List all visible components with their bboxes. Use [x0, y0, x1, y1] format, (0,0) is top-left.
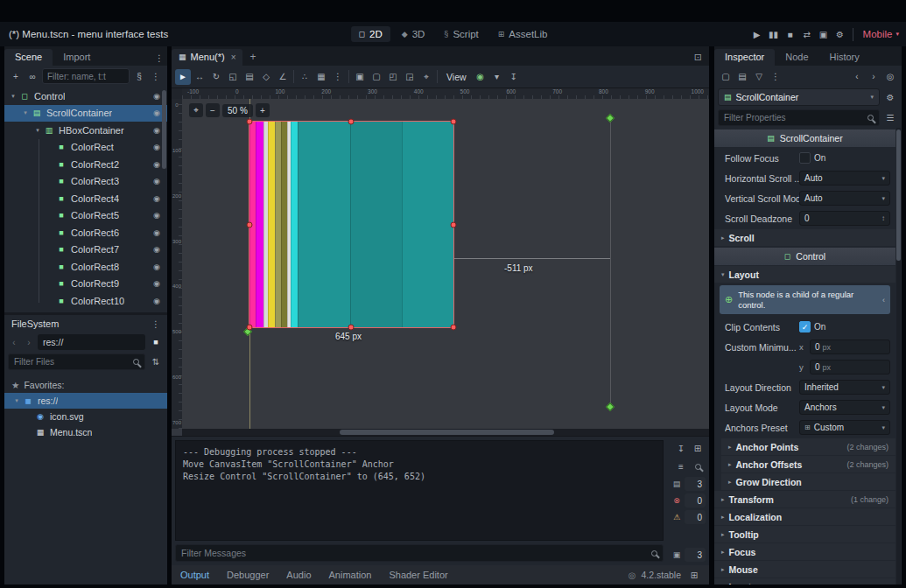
follow-focus-checkbox[interactable] — [799, 152, 811, 164]
group-anchor-offsets[interactable]: ▸ Anchor Offsets (2 changes) — [721, 456, 895, 472]
visibility-eye-icon[interactable]: ◉ — [150, 211, 164, 220]
history-forward-icon[interactable]: › — [866, 68, 881, 84]
section-input[interactable]: ▸ Input — [714, 578, 895, 584]
visibility-eye-icon[interactable]: ◉ — [150, 262, 164, 271]
scene-tab-menu[interactable]: ▦ Menu(*) × — [172, 49, 242, 66]
tab-import[interactable]: Import — [53, 49, 101, 66]
camera-override-icon[interactable]: ◉ — [473, 69, 488, 85]
collapse-messages-icon[interactable]: ≡ — [673, 458, 689, 474]
save-log-icon[interactable]: ↧ — [673, 440, 689, 456]
visibility-eye-icon[interactable]: ◉ — [150, 245, 164, 254]
anchor-handle-top-right[interactable] — [606, 114, 615, 122]
group-icon[interactable]: ◰ — [385, 69, 401, 85]
tree-item-colorrect9[interactable]: ■ ColorRect9 ◉ — [4, 276, 167, 293]
tree-item-colorrect3[interactable]: ■ ColorRect3 ◉ — [4, 173, 167, 191]
lock-icon[interactable]: ▣ — [352, 69, 368, 85]
close-icon[interactable]: × — [231, 52, 236, 62]
chevron-down-icon[interactable]: ▾ — [20, 109, 31, 116]
new-scene-tab-button[interactable]: + — [242, 51, 263, 66]
remote-debug-button[interactable]: ⇄ — [799, 26, 815, 42]
message-count[interactable]: ▤ 3 — [671, 477, 706, 491]
section-scroll[interactable]: ▸ Scroll — [714, 229, 895, 246]
tab-assetlib[interactable]: ⊞ AssetLib — [490, 26, 556, 42]
chevron-left-icon[interactable]: ‹ — [882, 296, 885, 304]
section-layout[interactable]: ▾ Layout — [714, 266, 895, 283]
scrollbar-thumb[interactable] — [896, 130, 901, 261]
file-filter-input[interactable] — [14, 357, 133, 367]
grid-snap-icon[interactable]: ▦ — [313, 69, 329, 85]
bottom-tab-debugger[interactable]: Debugger — [218, 565, 277, 584]
tree-item-colorrect6[interactable]: ■ ColorRect6 ◉ — [4, 224, 167, 242]
move-tool[interactable]: ↔ — [192, 69, 207, 85]
error-count[interactable]: ⊗ 0 — [671, 494, 706, 508]
selection-handle-bottom-center[interactable] — [348, 325, 355, 331]
clip-contents-checkbox[interactable]: ✓ — [799, 321, 811, 332]
inspector-scrollbar[interactable] — [896, 128, 901, 584]
warning-count[interactable]: ⚠ 0 — [671, 510, 706, 524]
save-resource-icon[interactable]: ▽ — [751, 68, 767, 84]
split-mode-icon[interactable]: ■ — [148, 334, 164, 350]
zoom-in-button[interactable]: + — [256, 103, 270, 117]
selection-handle-top-left[interactable] — [247, 119, 253, 125]
property-menu-icon[interactable]: ☰ — [882, 110, 898, 126]
selection-handle-top-right[interactable] — [451, 119, 457, 125]
search-messages-icon[interactable] — [690, 458, 706, 474]
tree-item-colorrect4[interactable]: ■ ColorRect4 ◉ — [4, 190, 167, 207]
load-resource-icon[interactable]: ▤ — [734, 68, 750, 84]
horizontal-scroll-mode-dropdown[interactable]: Auto ▾ — [799, 171, 890, 186]
section-focus[interactable]: ▸ Focus — [714, 543, 895, 560]
fs-item-icon-svg[interactable]: ◉ icon.svg — [4, 409, 167, 424]
nav-forward-icon[interactable]: › — [23, 334, 35, 350]
tab-scene[interactable]: Scene — [4, 49, 53, 66]
dock-menu-icon[interactable]: ⋮ — [151, 50, 167, 66]
resource-menu-icon[interactable]: ⋮ — [768, 68, 783, 84]
smart-snap-icon[interactable]: ∴ — [297, 69, 313, 85]
path-breadcrumb[interactable]: res:// — [38, 334, 145, 350]
ruler-tool[interactable]: ∠ — [275, 69, 291, 85]
tab-3d[interactable]: ◆ 3D — [394, 26, 433, 42]
list-select-tool[interactable]: ▤ — [242, 69, 257, 85]
message-filter-input[interactable] — [181, 548, 651, 558]
settings-gear-icon[interactable]: ⚙ — [832, 26, 848, 42]
chevron-down-icon[interactable]: ▾ — [8, 93, 18, 100]
copy-log-icon[interactable]: ⊞ — [690, 440, 706, 456]
project-camera-icon[interactable]: ↧ — [506, 69, 522, 85]
visibility-eye-icon[interactable]: ◉ — [150, 177, 164, 186]
fs-item-menu-tscn[interactable]: ▦ Menu.tscn — [4, 424, 167, 440]
scene-tree-menu-icon[interactable]: ⋮ — [148, 68, 164, 84]
section-localization[interactable]: ▸ Localization — [714, 508, 895, 525]
bottom-tab-shader-editor[interactable]: Shader Editor — [380, 565, 456, 584]
unlock-icon[interactable]: ▢ — [369, 69, 384, 85]
play-button[interactable]: ▶ — [749, 26, 765, 42]
section-mouse[interactable]: ▸ Mouse — [714, 561, 895, 578]
selection-handle-bottom-left[interactable] — [247, 325, 253, 331]
layout-direction-dropdown[interactable]: Inherited ▾ — [799, 380, 890, 395]
rotate-tool[interactable]: ↻ — [208, 69, 224, 85]
zoom-out-button[interactable]: − — [206, 103, 220, 117]
chevron-down-icon[interactable]: ▾ — [32, 127, 43, 134]
group-anchor-points[interactable]: ▸ Anchor Points (2 changes) — [721, 438, 895, 455]
pan-tool[interactable]: ◇ — [258, 69, 274, 85]
property-filter-input[interactable] — [724, 113, 867, 122]
expand-viewport-icon[interactable]: ⊡ — [687, 52, 709, 66]
tree-item-hboxcontainer[interactable]: ▾ ▥ HBoxContainer ◉ — [4, 122, 167, 139]
tree-item-colorrect7[interactable]: ■ ColorRect7 ◉ — [4, 242, 167, 259]
visibility-eye-icon[interactable]: ◉ — [150, 228, 164, 237]
spinner-icon[interactable]: ↕ — [881, 214, 885, 222]
tab-history[interactable]: History — [819, 49, 870, 66]
tab-2d[interactable]: ◻ 2D — [351, 26, 390, 42]
scrollbar-thumb[interactable] — [340, 430, 554, 435]
bottom-tab-audio[interactable]: Audio — [277, 565, 320, 584]
scene-tree-scrollbar[interactable] — [162, 90, 166, 169]
section-tooltip[interactable]: ▸ Tooltip — [714, 526, 895, 542]
selection-handle-top-center[interactable] — [348, 119, 355, 125]
layout-mode-dropdown[interactable]: Anchors ▾ — [799, 400, 890, 415]
sort-files-icon[interactable]: ⇅ — [148, 354, 164, 370]
snap-options-icon[interactable]: ⋮ — [330, 69, 346, 85]
bottom-tab-output[interactable]: Output — [172, 565, 218, 584]
history-back-icon[interactable]: ‹ — [849, 68, 865, 84]
anchor-handle-bottom-right[interactable] — [606, 402, 615, 411]
bottom-tab-animation[interactable]: Animation — [320, 565, 381, 584]
new-resource-icon[interactable]: ▢ — [718, 68, 734, 84]
view-menu-button[interactable]: View — [440, 70, 473, 84]
